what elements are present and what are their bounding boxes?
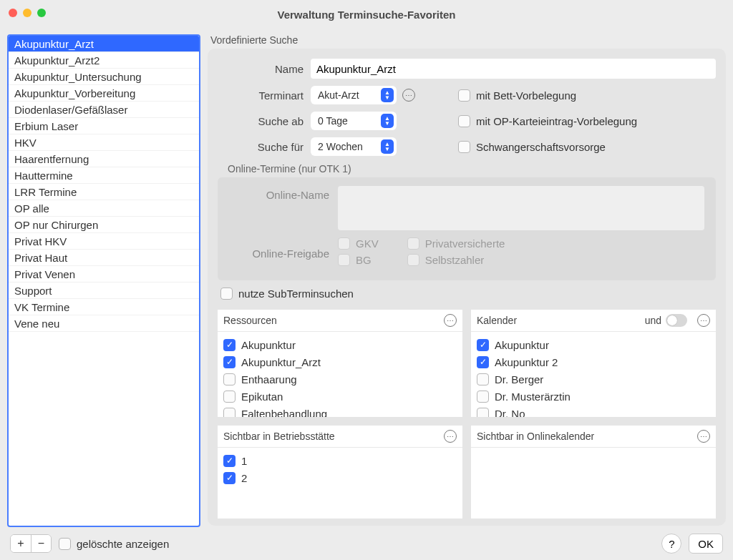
footer: + − gelöschte anzeigen ? OK xyxy=(0,527,733,560)
visible-bs-header: Sichtbar in Betriebsstätte xyxy=(223,431,335,442)
sucheab-select[interactable]: 0 Tage ▲▼ xyxy=(311,112,397,130)
favorite-item[interactable]: Privat HKV xyxy=(9,233,199,250)
resources-header: Ressourcen xyxy=(223,315,277,326)
online-name-label: Online-Name xyxy=(229,186,329,201)
suchefuer-select[interactable]: 2 Wochen ▲▼ xyxy=(311,137,397,156)
list-item[interactable]: Dr. Musterärztin xyxy=(477,388,710,405)
predefined-panel: Name Terminart Akut-Arzt ▲▼ ⋯ mit Bett-V… xyxy=(208,49,726,526)
checkbox-icon[interactable] xyxy=(223,408,236,418)
add-remove-segment: + − xyxy=(10,534,52,553)
bg-checkbox: BG xyxy=(338,254,379,266)
list-item[interactable]: ✓1 xyxy=(223,452,457,469)
checkbox-icon[interactable] xyxy=(477,390,489,403)
checkbox-icon[interactable]: ✓ xyxy=(477,356,489,368)
calendars-more-icon[interactable]: ⋯ xyxy=(697,314,710,327)
list-item-label: Faltenbehandlung xyxy=(241,408,327,418)
list-item[interactable]: ✓Akupunktur_Arzt xyxy=(223,353,457,370)
help-button[interactable]: ? xyxy=(661,534,681,554)
chevron-updown-icon: ▲▼ xyxy=(381,88,394,102)
favorite-item[interactable]: HKV xyxy=(9,134,199,151)
visible-online-more-icon[interactable]: ⋯ xyxy=(697,430,710,443)
maximize-window-button[interactable] xyxy=(37,9,46,17)
list-item-label: 1 xyxy=(241,455,247,467)
terminart-value: Akut-Arzt xyxy=(318,89,359,101)
visible-online-header: Sichtbar in Onlinekalender xyxy=(477,431,594,442)
checkbox-icon[interactable]: ✓ xyxy=(223,356,236,368)
checkbox-icon[interactable]: ✓ xyxy=(477,339,489,351)
favorite-item[interactable]: OP alle xyxy=(9,200,199,217)
checkbox-icon[interactable] xyxy=(477,373,489,385)
favorite-item[interactable]: Erbium Laser xyxy=(9,118,199,134)
favorite-item[interactable]: Hauttermine xyxy=(9,167,199,184)
online-section-label: Online-Termine (nur OTK 1) xyxy=(228,163,716,175)
checkbox-icon[interactable]: ✓ xyxy=(223,455,236,467)
and-toggle[interactable] xyxy=(666,314,687,327)
sucheab-value: 0 Tage xyxy=(318,115,348,127)
use-subsearch-checkbox[interactable]: nutze SubTerminsuchen xyxy=(220,288,354,300)
list-item-label: Enthaarung xyxy=(241,373,297,385)
favorite-item[interactable]: OP nur Chirurgen xyxy=(9,217,199,233)
checkbox-icon[interactable] xyxy=(477,408,489,418)
op-record-preassign-checkbox[interactable]: mit OP-Karteieintrag-Vorbelegung xyxy=(458,115,637,127)
list-item[interactable]: ✓Akupunktur 2 xyxy=(477,353,710,370)
favorite-item[interactable]: Support xyxy=(9,283,199,299)
terminart-more-icon[interactable]: ⋯ xyxy=(402,89,415,102)
remove-button[interactable]: − xyxy=(31,535,51,552)
bed-preassign-checkbox[interactable]: mit Bett-Vorbelegung xyxy=(458,89,576,102)
close-window-button[interactable] xyxy=(9,9,17,17)
favorite-item[interactable]: Haarentfernung xyxy=(9,151,199,167)
list-item[interactable]: Dr. Berger xyxy=(477,370,710,388)
list-item[interactable]: Dr. No xyxy=(477,405,710,417)
list-item-label: Akupunktur 2 xyxy=(495,356,558,368)
resources-more-icon[interactable]: ⋯ xyxy=(444,314,457,327)
chevron-updown-icon: ▲▼ xyxy=(381,139,394,154)
online-freigabe-label: Online-Freigabe xyxy=(229,245,329,260)
suchefuer-value: 2 Wochen xyxy=(318,141,363,152)
window-buttons xyxy=(9,9,46,17)
favorite-item[interactable]: Akupunktur_Arzt xyxy=(9,36,199,52)
checkbox-icon[interactable]: ✓ xyxy=(223,472,236,484)
ok-button[interactable]: OK xyxy=(689,534,723,554)
favorite-item[interactable]: LRR Termine xyxy=(9,184,199,200)
gkv-checkbox: GKV xyxy=(338,237,379,250)
and-label: und xyxy=(645,315,661,326)
checkbox-icon[interactable] xyxy=(223,373,236,385)
visible-online-list: Sichtbar in Onlinekalender ⋯ xyxy=(471,426,716,519)
favorite-item[interactable]: Diodenlaser/Gefäßlaser xyxy=(9,102,199,118)
favorite-item[interactable]: Akupunktur_Arzt2 xyxy=(9,52,199,69)
favorite-item[interactable]: Akupunktur_Untersuchung xyxy=(9,69,199,85)
list-item-label: Akupunktur xyxy=(241,339,296,351)
show-deleted-checkbox[interactable]: gelöschte anzeigen xyxy=(59,538,169,550)
list-item-label: Akupunktur xyxy=(495,339,549,351)
pregnancy-care-checkbox[interactable]: Schwangerschaftsvorsorge xyxy=(458,141,606,153)
favorites-list[interactable]: Akupunktur_ArztAkupunktur_Arzt2Akupunktu… xyxy=(7,34,200,527)
calendars-header: Kalender xyxy=(477,315,517,326)
titlebar: Verwaltung Terminsuche-Favoriten xyxy=(0,0,733,29)
list-item[interactable]: Epikutan xyxy=(223,388,457,405)
list-item-label: Dr. No xyxy=(495,408,525,418)
list-item[interactable]: Enthaarung xyxy=(223,370,457,388)
online-name-field[interactable] xyxy=(338,186,704,230)
list-item[interactable]: Faltenbehandlung xyxy=(223,405,457,417)
list-item[interactable]: ✓Akupunktur xyxy=(223,336,457,353)
list-item-label: Akupunktur_Arzt xyxy=(241,356,321,368)
window-title: Verwaltung Terminsuche-Favoriten xyxy=(0,9,733,21)
favorite-item[interactable]: VK Termine xyxy=(9,299,199,315)
add-button[interactable]: + xyxy=(11,535,31,552)
favorite-item[interactable]: Vene neu xyxy=(9,315,199,332)
favorite-item[interactable]: Privat Haut xyxy=(9,250,199,266)
minimize-window-button[interactable] xyxy=(23,9,31,17)
favorite-item[interactable]: Privat Venen xyxy=(9,266,199,283)
list-item[interactable]: ✓2 xyxy=(223,469,457,486)
checkbox-icon[interactable] xyxy=(223,390,236,403)
chevron-updown-icon: ▲▼ xyxy=(381,114,394,128)
terminart-select[interactable]: Akut-Arzt ▲▼ xyxy=(311,86,397,104)
list-item[interactable]: ✓Akupunktur xyxy=(477,336,710,353)
favorite-item[interactable]: Akupunktur_Vorbereitung xyxy=(9,85,199,102)
list-item-label: 2 xyxy=(241,472,247,484)
visible-bs-more-icon[interactable]: ⋯ xyxy=(444,430,457,443)
checkbox-icon[interactable]: ✓ xyxy=(223,339,236,351)
predefined-section-label: Vordefinierte Suche xyxy=(210,34,726,46)
name-field[interactable] xyxy=(311,59,716,79)
suchefuer-label: Suche für xyxy=(218,141,304,153)
